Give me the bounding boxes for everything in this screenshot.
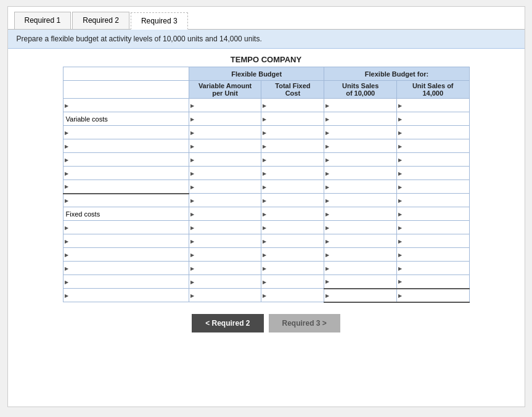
fc-label-2[interactable]: [63, 234, 189, 248]
fc-fixed-4[interactable]: [261, 262, 324, 275]
th-empty-2: [63, 81, 189, 99]
tab-required2[interactable]: Required 2: [72, 12, 129, 29]
vc-10k-3[interactable]: [324, 153, 396, 167]
vc-14k-1[interactable]: [396, 126, 469, 139]
total-label[interactable]: [63, 289, 189, 302]
table-row: [63, 139, 469, 153]
fc-14k-5[interactable]: [396, 275, 469, 289]
vc-total-10k[interactable]: [324, 194, 396, 207]
vc-label-1[interactable]: [63, 126, 189, 139]
vc-total-h[interactable]: [261, 112, 324, 126]
vc-total-label[interactable]: [63, 194, 189, 207]
vc-var-4[interactable]: [189, 167, 261, 180]
fc-10k-3[interactable]: [324, 248, 396, 262]
back-button[interactable]: < Required 2: [192, 314, 263, 332]
vc-10k-2[interactable]: [324, 139, 396, 153]
label-input-0[interactable]: [63, 99, 189, 112]
fc-14k-4[interactable]: [396, 262, 469, 275]
tab-required3[interactable]: Required 3: [131, 12, 188, 30]
fc-var-2[interactable]: [189, 234, 261, 248]
budget-table: Flexible Budget Flexible Budget for: Var…: [63, 67, 470, 303]
fc-fixed-1[interactable]: [261, 221, 324, 234]
vc-total-14k[interactable]: [396, 194, 469, 207]
vc-label-2[interactable]: [63, 139, 189, 153]
fc-fixed-h[interactable]: [261, 207, 324, 221]
vc-fixed-5[interactable]: [261, 180, 324, 194]
fc-10k-h[interactable]: [324, 207, 396, 221]
vc-total-var[interactable]: [189, 194, 261, 207]
vc-10k-h[interactable]: [324, 112, 396, 126]
vc-label-3[interactable]: [63, 153, 189, 167]
vc-10k-5[interactable]: [324, 180, 396, 194]
fc-10k-4[interactable]: [324, 262, 396, 275]
instruction-text: Prepare a flexible budget at activity le…: [17, 35, 262, 43]
table-row: [63, 262, 469, 275]
fc-10k-2[interactable]: [324, 234, 396, 248]
fc-10k-5[interactable]: [324, 275, 396, 289]
table-row: [63, 248, 469, 262]
fc-14k-2[interactable]: [396, 234, 469, 248]
th-flexible-budget: Flexible Budget: [189, 67, 324, 81]
total-14k[interactable]: [396, 289, 469, 302]
vc-14k-h[interactable]: [396, 112, 469, 126]
vc-var-1[interactable]: [189, 126, 261, 139]
th-variable-amount: Variable Amountper Unit: [189, 81, 261, 99]
fc-14k-h[interactable]: [396, 207, 469, 221]
vc-fixed-2[interactable]: [261, 139, 324, 153]
fc-fixed-5[interactable]: [261, 275, 324, 289]
total-fixed-0[interactable]: [261, 99, 324, 112]
total-10k[interactable]: [324, 289, 396, 302]
vc-fixed-3[interactable]: [261, 153, 324, 167]
vc-var-amt-h[interactable]: [189, 112, 261, 126]
fc-var-h[interactable]: [189, 207, 261, 221]
tab-required1[interactable]: Required 1: [14, 12, 72, 29]
vc-var-5[interactable]: [189, 180, 261, 194]
fc-var-4[interactable]: [189, 262, 261, 275]
units-10k-0[interactable]: [324, 99, 396, 112]
var-amt-0[interactable]: [189, 99, 261, 112]
table-row: [63, 167, 469, 180]
vc-var-3[interactable]: [189, 153, 261, 167]
fc-var-5[interactable]: [189, 275, 261, 289]
tab-required3-label: Required 3: [141, 17, 178, 25]
vc-label-5[interactable]: [63, 180, 189, 194]
vc-14k-5[interactable]: [396, 180, 469, 194]
fc-14k-3[interactable]: [396, 248, 469, 262]
th-empty-1: [63, 67, 189, 81]
fc-label-3[interactable]: [63, 248, 189, 262]
tabs-bar: Required 1 Required 2 Required 3: [8, 7, 525, 30]
vc-fixed-1[interactable]: [261, 126, 324, 139]
table-row: [63, 180, 469, 194]
total-var[interactable]: [189, 289, 261, 302]
header-row-2: Variable Amountper Unit Total FixedCost …: [63, 81, 469, 99]
fixed-costs-label: Fixed costs: [63, 207, 189, 221]
vc-label-4[interactable]: [63, 167, 189, 180]
fc-label-4[interactable]: [63, 262, 189, 275]
vc-14k-2[interactable]: [396, 139, 469, 153]
total-fixed[interactable]: [261, 289, 324, 302]
fc-fixed-2[interactable]: [261, 234, 324, 248]
vc-14k-3[interactable]: [396, 153, 469, 167]
page-container: Required 1 Required 2 Required 3 Prepare…: [7, 6, 525, 407]
table-row-total: [63, 289, 469, 302]
fc-var-3[interactable]: [189, 248, 261, 262]
fixed-costs-header: Fixed costs: [63, 207, 469, 221]
units-14k-0[interactable]: [396, 99, 469, 112]
vc-10k-4[interactable]: [324, 167, 396, 180]
fc-label-1[interactable]: [63, 221, 189, 234]
th-total-fixed: Total FixedCost: [261, 81, 324, 99]
vc-total-fixed[interactable]: [261, 194, 324, 207]
fc-label-5[interactable]: [63, 275, 189, 289]
fc-fixed-3[interactable]: [261, 248, 324, 262]
vc-var-2[interactable]: [189, 139, 261, 153]
fc-14k-1[interactable]: [396, 221, 469, 234]
vc-14k-4[interactable]: [396, 167, 469, 180]
vc-fixed-4[interactable]: [261, 167, 324, 180]
company-title: TEMPO COMPANY: [231, 55, 301, 64]
forward-button[interactable]: Required 3 >: [269, 314, 340, 332]
vc-10k-1[interactable]: [324, 126, 396, 139]
bottom-nav: < Required 2 Required 3 >: [192, 314, 340, 332]
fc-10k-1[interactable]: [324, 221, 396, 234]
fc-var-1[interactable]: [189, 221, 261, 234]
th-units-10000: Units Salesof 10,000: [324, 81, 396, 99]
